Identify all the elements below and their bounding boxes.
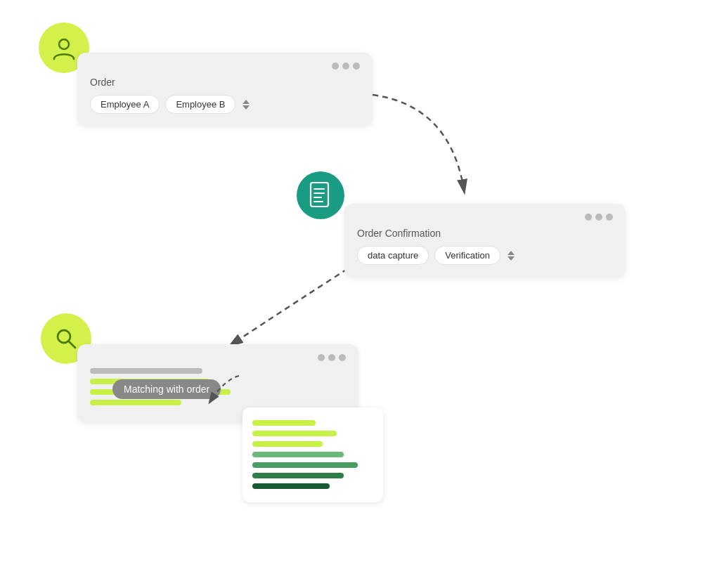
dot xyxy=(353,63,360,70)
confirmation-card: Order Confirmation data capture Verifica… xyxy=(344,204,626,277)
order-tag-row: Employee A Employee B xyxy=(90,95,360,114)
inner-lines xyxy=(252,420,373,489)
card-dots xyxy=(357,214,613,221)
document-icon xyxy=(297,171,344,219)
svg-rect-1 xyxy=(311,183,328,207)
order-card: Order Employee A Employee B xyxy=(77,53,373,126)
dot xyxy=(339,354,346,361)
line-yellow-3 xyxy=(90,400,181,405)
dot xyxy=(342,63,349,70)
chevron-down-icon xyxy=(243,105,250,110)
line-g2 xyxy=(252,462,358,468)
line-gray xyxy=(90,368,202,374)
line-y3 xyxy=(252,441,323,447)
line-g4 xyxy=(252,483,330,489)
employee-a-tag: Employee A xyxy=(90,95,160,114)
matching-badge: Matching with order xyxy=(112,379,221,399)
sort-icon xyxy=(508,251,515,261)
scene: Order Employee A Employee B Order Confir… xyxy=(0,0,724,588)
dot xyxy=(328,354,335,361)
inner-document-card xyxy=(243,407,383,502)
verification-tag: Verification xyxy=(434,246,500,265)
card-dots xyxy=(90,354,346,361)
data-capture-tag: data capture xyxy=(357,246,429,265)
order-card-title: Order xyxy=(90,77,360,88)
line-y2 xyxy=(252,431,337,436)
svg-line-7 xyxy=(69,341,75,348)
chevron-up-icon xyxy=(243,100,250,104)
confirmation-tag-row: data capture Verification xyxy=(357,246,613,265)
chevron-up-icon xyxy=(508,251,515,255)
sort-icon xyxy=(243,100,250,110)
chevron-down-icon xyxy=(508,256,515,261)
confirmation-card-title: Order Confirmation xyxy=(357,228,613,239)
card-dots xyxy=(90,63,360,70)
dot xyxy=(595,214,602,221)
dot xyxy=(318,354,325,361)
line-g1 xyxy=(252,452,344,457)
dot xyxy=(585,214,592,221)
line-y1 xyxy=(252,420,316,426)
line-g3 xyxy=(252,473,344,478)
employee-b-tag: Employee B xyxy=(165,95,235,114)
svg-point-0 xyxy=(59,39,69,49)
dot xyxy=(606,214,613,221)
dot xyxy=(332,63,339,70)
